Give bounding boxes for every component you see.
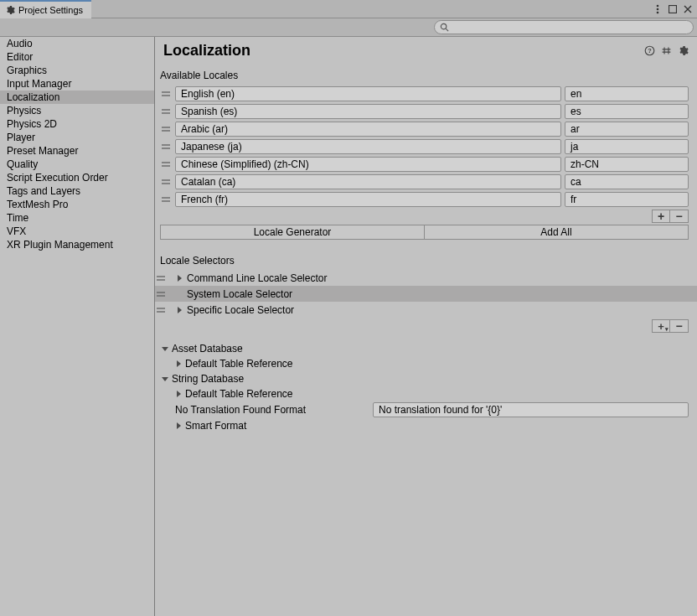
svg-point-4 bbox=[441, 23, 446, 28]
locale-name-field[interactable]: French (fr) bbox=[175, 192, 561, 207]
remove-selector-button[interactable]: − bbox=[670, 319, 689, 333]
locale-generator-button[interactable]: Locale Generator bbox=[160, 225, 425, 240]
preset-icon[interactable] bbox=[660, 45, 672, 57]
string-database-label: String Database bbox=[172, 373, 244, 385]
sidebar-item-player[interactable]: Player bbox=[0, 131, 154, 144]
remove-locale-button[interactable]: − bbox=[670, 210, 689, 223]
chevron-right-icon bbox=[175, 307, 183, 313]
selector-row[interactable]: System Locale Selector bbox=[155, 286, 697, 302]
locale-code-field[interactable]: ar bbox=[565, 122, 689, 137]
locale-name-field[interactable]: Chinese (Simplified) (zh-CN) bbox=[175, 157, 561, 172]
add-locale-button[interactable]: + bbox=[652, 210, 670, 223]
sidebar-item-script-execution-order[interactable]: Script Execution Order bbox=[0, 171, 154, 184]
foldout-asset-default-table[interactable]: Default Table Reference bbox=[155, 356, 697, 371]
gear-icon bbox=[5, 5, 15, 15]
locale-code-field[interactable]: ja bbox=[565, 139, 689, 154]
locale-name-field[interactable]: Catalan (ca) bbox=[175, 174, 561, 189]
svg-line-5 bbox=[446, 28, 448, 31]
window-menu-icon[interactable] bbox=[652, 0, 663, 18]
section-label-locales: Available Locales bbox=[155, 65, 697, 85]
sidebar-item-physics-2d[interactable]: Physics 2D bbox=[0, 117, 154, 131]
search-input[interactable] bbox=[452, 23, 688, 33]
drag-handle-icon[interactable] bbox=[155, 306, 167, 314]
locale-name-field[interactable]: Arabic (ar) bbox=[175, 122, 561, 137]
window-controls bbox=[652, 0, 694, 18]
selector-row[interactable]: Command Line Locale Selector bbox=[155, 270, 697, 286]
settings-sidebar: AudioEditorGraphicsInput ManagerLocaliza… bbox=[0, 37, 155, 616]
tab-title: Project Settings bbox=[18, 5, 83, 15]
locale-code-field[interactable]: zh-CN bbox=[565, 157, 689, 172]
locale-row: English (en)en bbox=[160, 85, 689, 102]
selector-row[interactable]: Specific Locale Selector bbox=[155, 302, 697, 318]
help-icon[interactable]: ? bbox=[643, 45, 655, 57]
foldout-smart-format[interactable]: Smart Format bbox=[155, 418, 697, 433]
foldout-string-database[interactable]: String Database bbox=[155, 371, 697, 386]
page-title: Localization bbox=[163, 42, 250, 60]
add-selector-button[interactable]: +▾ bbox=[652, 319, 670, 333]
sidebar-item-quality[interactable]: Quality bbox=[0, 158, 154, 171]
add-all-button[interactable]: Add All bbox=[424, 225, 689, 240]
drag-handle-icon[interactable] bbox=[160, 142, 172, 151]
locales-list: English (en)enSpanish (es)esArabic (ar)a… bbox=[155, 85, 697, 208]
svg-point-0 bbox=[657, 5, 659, 8]
selector-label: Command Line Locale Selector bbox=[187, 272, 327, 284]
search-row bbox=[0, 18, 697, 37]
drag-handle-icon[interactable] bbox=[160, 160, 172, 168]
locale-row: Japanese (ja)ja bbox=[160, 137, 689, 155]
selector-label: System Locale Selector bbox=[187, 288, 292, 300]
locale-name-field[interactable]: Japanese (ja) bbox=[175, 139, 561, 154]
close-icon[interactable] bbox=[682, 0, 694, 18]
tab-project-settings[interactable]: Project Settings bbox=[0, 0, 91, 18]
sidebar-item-editor[interactable]: Editor bbox=[0, 50, 154, 64]
locale-code-field[interactable]: es bbox=[565, 104, 689, 119]
chevron-right-icon bbox=[175, 391, 182, 397]
locale-code-field[interactable]: ca bbox=[565, 174, 689, 189]
no-translation-label: No Translation Found Format bbox=[168, 404, 369, 416]
locale-code-field[interactable]: en bbox=[565, 86, 689, 101]
drag-handle-icon[interactable] bbox=[160, 125, 172, 133]
sidebar-item-time[interactable]: Time bbox=[0, 211, 154, 225]
foldout-string-default-table[interactable]: Default Table Reference bbox=[155, 386, 697, 401]
drag-handle-icon[interactable] bbox=[160, 107, 172, 116]
sidebar-item-tags-and-layers[interactable]: Tags and Layers bbox=[0, 184, 154, 198]
settings-gear-icon[interactable] bbox=[677, 45, 689, 57]
sidebar-item-preset-manager[interactable]: Preset Manager bbox=[0, 144, 154, 158]
locale-code-field[interactable]: fr bbox=[565, 192, 689, 207]
section-label-selectors: Locale Selectors bbox=[155, 240, 697, 270]
search-field[interactable] bbox=[434, 20, 694, 34]
sidebar-item-xr-plugin-management[interactable]: XR Plugin Management bbox=[0, 238, 154, 251]
foldout-asset-database[interactable]: Asset Database bbox=[155, 341, 697, 356]
locale-name-field[interactable]: English (en) bbox=[175, 86, 561, 101]
sidebar-item-vfx[interactable]: VFX bbox=[0, 225, 154, 238]
drag-handle-icon[interactable] bbox=[155, 274, 167, 282]
maximize-icon[interactable] bbox=[667, 0, 679, 18]
titlebar: Project Settings bbox=[0, 0, 697, 18]
sidebar-item-graphics[interactable]: Graphics bbox=[0, 64, 154, 77]
chevron-down-icon bbox=[162, 345, 168, 352]
chevron-right-icon bbox=[175, 360, 182, 367]
locale-name-field[interactable]: Spanish (es) bbox=[175, 104, 561, 119]
sidebar-item-physics[interactable]: Physics bbox=[0, 104, 154, 117]
svg-point-1 bbox=[657, 8, 659, 11]
selectors-list: Command Line Locale SelectorSystem Local… bbox=[155, 270, 697, 318]
no-translation-field[interactable] bbox=[373, 402, 689, 417]
drag-handle-icon[interactable] bbox=[155, 290, 167, 298]
chevron-down-icon bbox=[162, 375, 168, 382]
drag-handle-icon[interactable] bbox=[160, 90, 172, 98]
locale-row: Chinese (Simplified) (zh-CN)zh-CN bbox=[160, 155, 689, 173]
asset-database-label: Asset Database bbox=[172, 343, 243, 355]
string-default-table-label: Default Table Reference bbox=[185, 388, 293, 400]
sidebar-item-input-manager[interactable]: Input Manager bbox=[0, 77, 154, 91]
locale-row: Arabic (ar)ar bbox=[160, 120, 689, 137]
locale-row: Spanish (es)es bbox=[160, 102, 689, 120]
svg-point-2 bbox=[657, 12, 659, 14]
drag-handle-icon[interactable] bbox=[160, 195, 172, 204]
sidebar-item-textmesh-pro[interactable]: TextMesh Pro bbox=[0, 198, 154, 211]
locale-row: Catalan (ca)ca bbox=[160, 173, 689, 190]
sidebar-item-audio[interactable]: Audio bbox=[0, 37, 154, 50]
sidebar-item-localization[interactable]: Localization bbox=[0, 91, 154, 104]
drag-handle-icon[interactable] bbox=[160, 178, 172, 186]
settings-content: Localization ? Available Locales English… bbox=[155, 37, 697, 616]
selector-label: Specific Locale Selector bbox=[187, 304, 294, 316]
svg-rect-3 bbox=[669, 6, 677, 13]
